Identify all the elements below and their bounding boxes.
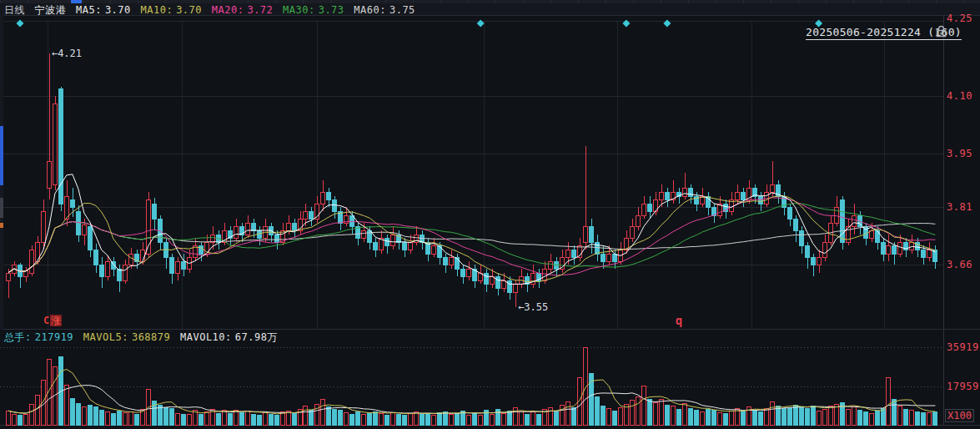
zongshou-value: 217919 [35, 331, 73, 343]
rise-badge: 涨 [50, 315, 62, 326]
ma10-label: MA10: [141, 4, 173, 16]
left-scrollbar-mark [0, 198, 3, 218]
event-diamond-icon[interactable] [477, 19, 485, 27]
event-diamond-icon[interactable] [663, 19, 671, 27]
stock-chart-app: 日线 宁波港 MA5:3.70 MA10:3.70 MA20:3.72 MA30… [0, 0, 980, 429]
left-orange-tick [0, 223, 3, 228]
zongshou-label: 总手: [4, 331, 32, 343]
chart-header: 日线 宁波港 MA5:3.70 MA10:3.70 MA20:3.72 MA30… [4, 3, 419, 18]
volume-header: 总手:217919 MAVOL5:368879 MAVOL10:67.98万 [4, 331, 281, 345]
event-diamond-icon[interactable] [16, 19, 23, 27]
mavol10-label: MAVOL10: [180, 331, 232, 343]
news-c-icon: C [43, 315, 49, 326]
high-price-annotation: ←4.21 [52, 48, 82, 59]
lock-icon[interactable] [935, 25, 947, 41]
ma10-value: 3.70 [176, 4, 202, 16]
volume-axis-label: 35919 [947, 341, 979, 353]
ma30-value: 3.73 [319, 4, 344, 16]
mavol5-label: MAVOL5: [83, 331, 128, 343]
ma20-label: MA20: [212, 4, 244, 16]
ma30-label: MA30: [283, 4, 315, 16]
ma60-label: MA60: [354, 4, 386, 16]
volume-unit-label: X100 [945, 409, 974, 422]
ma5-label: MA5: [76, 4, 102, 16]
period-label: 日线 [4, 4, 25, 16]
ma5-value: 3.70 [105, 4, 131, 16]
event-diamond-icon[interactable] [622, 19, 630, 27]
ex-rights-marker[interactable]: q [676, 314, 682, 327]
rise-news-marker[interactable]: C 涨 [43, 315, 62, 326]
volume-axis-label: 17959 [947, 381, 979, 392]
mavol10-value: 67.98万 [235, 331, 278, 343]
mavol5-value: 368879 [132, 331, 170, 343]
ma20-value: 3.72 [247, 4, 273, 16]
left-scrollbar-thumb[interactable] [0, 126, 3, 185]
low-price-annotation: ←3.55 [518, 301, 548, 313]
volume-axis: 3591917959 [947, 0, 980, 429]
kline-chart[interactable] [0, 0, 980, 429]
markers-layer [16, 19, 822, 27]
left-scrollbar[interactable] [0, 15, 3, 330]
candles-layer [7, 53, 937, 307]
symbol-name: 宁波港 [35, 4, 67, 16]
ma60-value: 3.75 [389, 4, 415, 16]
